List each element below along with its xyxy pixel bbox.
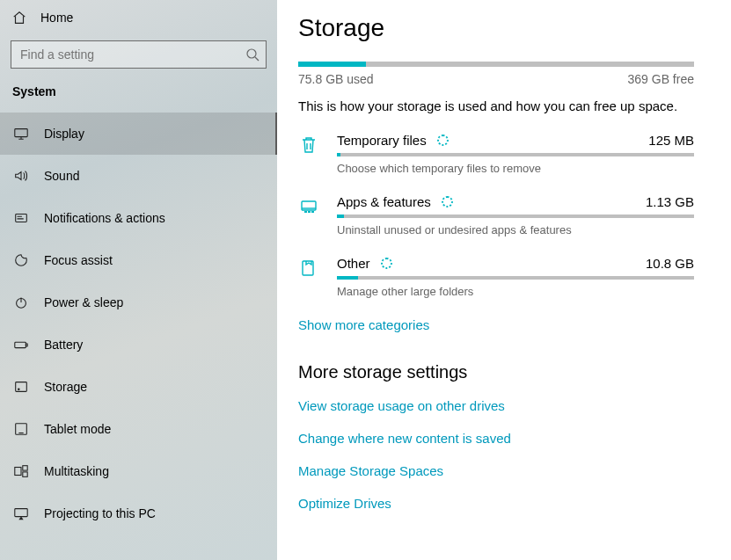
storage-total-labels: 75.8 GB used 369 GB free <box>298 72 694 86</box>
sidebar-item-label: Projecting to this PC <box>44 506 156 520</box>
sidebar-item-display[interactable]: Display <box>0 113 277 155</box>
storage-link-view-storage-usage-on-other-drives[interactable]: View storage usage on other drives <box>298 398 694 413</box>
display-icon <box>12 125 30 142</box>
more-storage-heading: More storage settings <box>298 362 694 382</box>
sidebar-item-projecting-to-this-pc[interactable]: Projecting to this PC <box>0 492 277 535</box>
trash-icon <box>298 133 323 175</box>
sidebar-item-sound[interactable]: Sound <box>0 155 277 197</box>
sidebar-item-notifications-actions[interactable]: Notifications & actions <box>0 197 277 239</box>
home-icon <box>11 9 28 26</box>
projecting-icon <box>12 505 30 522</box>
loading-spinner <box>437 135 449 146</box>
svg-rect-1 <box>15 129 27 137</box>
svg-rect-11 <box>23 472 27 476</box>
multitask-icon <box>12 462 30 480</box>
main-content: Storage 75.8 GB used 369 GB free This is… <box>277 0 731 560</box>
storage-category-temporary-files[interactable]: Temporary files125 MBChoose which tempor… <box>298 133 694 175</box>
sidebar-item-label: Notifications & actions <box>44 211 165 225</box>
sidebar-item-label: Tablet mode <box>44 422 111 436</box>
storage-icon <box>12 378 30 396</box>
focus-assist-icon <box>12 251 30 269</box>
sidebar-item-power-sleep[interactable]: Power & sleep <box>0 281 277 324</box>
sidebar-item-tablet-mode[interactable]: Tablet mode <box>0 408 277 450</box>
sidebar-item-focus-assist[interactable]: Focus assist <box>0 239 277 281</box>
search-icon <box>245 47 260 62</box>
search-input[interactable] <box>11 40 267 69</box>
category-bar <box>337 215 694 218</box>
category-subtitle: Manage other large folders <box>337 285 694 298</box>
sidebar-item-label: Display <box>44 127 84 141</box>
sound-icon <box>12 167 30 185</box>
category-bar <box>337 276 694 280</box>
storage-link-change-where-new-content-is-saved[interactable]: Change where new content is saved <box>298 431 694 446</box>
show-more-categories-link[interactable]: Show more categories <box>298 317 429 332</box>
category-bar <box>337 153 694 156</box>
notifications-icon <box>12 209 30 227</box>
storage-category-apps-features[interactable]: Apps & features1.13 GBUninstall unused o… <box>298 194 694 236</box>
category-name: Other <box>337 256 370 271</box>
sidebar-item-label: Power & sleep <box>44 295 123 309</box>
storage-total-bar <box>298 62 694 67</box>
loading-spinner <box>381 258 392 269</box>
home-label: Home <box>40 11 73 25</box>
sidebar-item-label: Focus assist <box>44 253 113 267</box>
sidebar-item-label: Storage <box>44 380 87 394</box>
svg-rect-9 <box>15 468 21 476</box>
svg-rect-2 <box>16 215 27 222</box>
category-name: Apps & features <box>337 194 431 209</box>
nav-list: DisplaySoundNotifications & actionsFocus… <box>0 113 277 560</box>
apps-icon <box>298 194 323 236</box>
svg-point-0 <box>247 49 256 58</box>
power-icon <box>12 294 30 311</box>
storage-link-manage-storage-spaces[interactable]: Manage Storage Spaces <box>298 463 694 478</box>
category-size: 10.8 GB <box>646 256 694 271</box>
svg-rect-4 <box>15 342 26 347</box>
svg-rect-6 <box>16 382 27 392</box>
sidebar-item-label: Battery <box>44 338 83 352</box>
svg-rect-5 <box>26 344 27 346</box>
svg-rect-10 <box>23 466 27 470</box>
tablet-icon <box>12 420 30 438</box>
used-label: 75.8 GB used <box>298 72 374 86</box>
sidebar-item-label: Multitasking <box>44 464 109 478</box>
section-title: System <box>0 81 277 113</box>
category-size: 125 MB <box>648 133 694 148</box>
sidebar: Home System DisplaySoundNotifications & … <box>0 0 277 560</box>
category-subtitle: Choose which temporary files to remove <box>337 162 694 175</box>
storage-link-optimize-drives[interactable]: Optimize Drives <box>298 496 694 511</box>
sidebar-item-storage[interactable]: Storage <box>0 366 277 408</box>
sidebar-item-label: Sound <box>44 169 79 183</box>
free-label: 369 GB free <box>628 72 695 86</box>
storage-category-other[interactable]: Other10.8 GBManage other large folders <box>298 256 694 298</box>
search-wrap <box>11 40 267 69</box>
other-icon <box>298 256 323 298</box>
sidebar-item-multitasking[interactable]: Multitasking <box>0 450 277 492</box>
svg-point-7 <box>18 389 19 389</box>
sidebar-item-battery[interactable]: Battery <box>0 324 277 366</box>
loading-spinner <box>442 196 453 207</box>
page-title: Storage <box>298 14 694 42</box>
category-subtitle: Uninstall unused or undesired apps & fea… <box>337 223 694 236</box>
storage-desc: This is how your storage is used and how… <box>298 98 694 113</box>
battery-icon <box>12 336 30 353</box>
svg-rect-12 <box>15 509 27 517</box>
category-size: 1.13 GB <box>646 194 694 209</box>
home-button[interactable]: Home <box>0 0 277 35</box>
category-name: Temporary files <box>337 133 427 148</box>
